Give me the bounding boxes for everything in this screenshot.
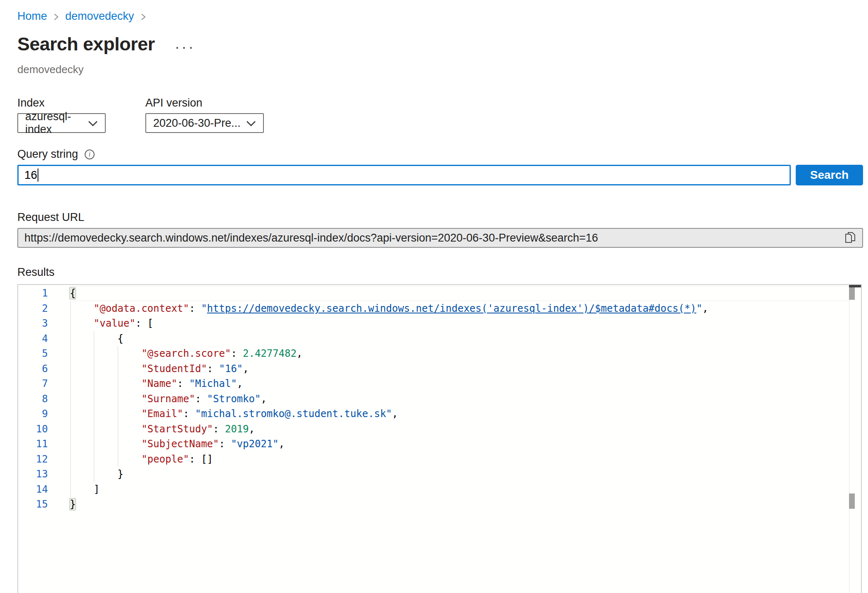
code-line-content: ] [70,482,849,497]
code-line: 15} [18,497,849,512]
info-icon[interactable]: i [85,149,95,159]
api-version-dropdown[interactable]: 2020-06-30-Pre... [145,113,264,133]
line-number: 14 [18,482,70,497]
results-label: Results [17,266,868,279]
indent-guide [70,406,71,422]
search-button[interactable]: Search [796,165,863,185]
line-number: 8 [18,391,70,407]
indent-guide [70,346,71,361]
line-number: 7 [18,376,70,391]
request-url-label: Request URL [17,211,868,224]
code-token: "Michal" [189,378,237,389]
line-number: 11 [18,436,70,452]
code-token: , [237,378,243,389]
code-token: "people" [141,453,189,465]
api-version-dropdown-value: 2020-06-30-Pre... [153,117,241,130]
indent-guide [70,452,71,467]
code-line-content: "@search.score": 2.4277482, [70,346,849,361]
indent-guide [94,346,94,361]
page-subtitle: demovedecky [17,63,868,76]
line-number: 4 [18,331,70,346]
indent-guide [70,422,71,437]
results-code-editor[interactable]: 1{2 "@odata.context": "https://demovedec… [17,284,862,593]
code-line: 1{ [18,286,849,301]
indent-guide [118,406,118,422]
indent-guide [94,422,94,437]
indent-guide [70,482,71,497]
indent-guide [70,331,71,346]
code-token: 2019 [225,423,249,435]
code-text: "people": [] [70,453,213,465]
page-header: Search explorer ··· [17,33,868,55]
code-token: : [189,303,201,314]
code-line-content: } [70,497,849,512]
code-token: , [261,393,266,405]
chevron-right-icon [140,12,147,21]
copy-button[interactable] [843,230,857,246]
index-label: Index [17,97,145,109]
code-text: "Email": "michal.stromko@.student.tuke.s… [70,408,398,420]
request-url-value: https://demovedecky.search.windows.net/i… [24,232,843,244]
indent-guide [70,436,71,452]
code-token: "Email" [141,408,183,420]
breadcrumb-link-home[interactable]: Home [17,10,47,23]
text-caret [38,168,38,182]
code-line: 2 "@odata.context": "https://demovedecky… [18,301,849,316]
code-lines: 1{2 "@odata.context": "https://demovedec… [18,286,849,512]
index-dropdown[interactable]: azuresql-index [17,113,106,133]
code-line-content: "StartStudy": 2019, [70,422,849,437]
code-token: "@odata.context" [94,303,189,314]
scrollbar-track [849,285,849,593]
code-line-content: "Name": "Michal", [70,376,849,391]
chevron-down-icon [88,117,98,130]
indent-guide [118,346,118,361]
line-number: 1 [18,286,70,301]
api-version-label: API version [145,97,311,109]
code-line-content: "Surname": "Stromko", [70,391,849,407]
indent-guide [70,301,71,316]
code-token: "Surname" [141,393,195,405]
code-token: : [177,378,189,389]
code-text: "SubjectName": "vp2021", [70,438,285,450]
code-line: 6 "StudentId": "16", [18,361,849,377]
indent-guide [94,436,94,452]
code-token: : [183,408,195,420]
indent-guide [118,436,118,452]
indent-guide [94,467,94,482]
query-input[interactable]: 16 [17,165,791,185]
code-text: } [70,468,123,480]
code-text: } [70,498,76,510]
search-explorer-page: Home demovedecky Search explorer ··· dem… [0,0,868,593]
code-token: "Stromko" [207,393,261,405]
code-token: https://demovedecky.search.windows.net/i… [207,303,696,314]
code-text: "Name": "Michal", [70,378,243,389]
code-token: , [249,423,254,435]
indent-guide [70,361,71,377]
code-text: "StartStudy": 2019, [70,423,255,435]
code-token: : [207,363,219,375]
code-token: "StudentId" [141,363,207,375]
code-line: 8 "Surname": "Stromko", [18,391,849,407]
more-commands-button[interactable]: ··· [175,39,195,55]
code-token: ] [94,484,100,495]
line-number: 12 [18,452,70,467]
code-token: "16" [219,363,243,375]
indent-guide [70,316,71,331]
scrollbar-thumb[interactable] [849,493,855,509]
code-text: ] [70,484,100,495]
breadcrumb-link-demovedecky[interactable]: demovedecky [65,10,134,23]
code-token: , [243,363,249,375]
line-number: 6 [18,361,70,377]
code-text: { [70,333,123,344]
matched-bracket: } [70,498,76,510]
indent-guide [94,331,94,346]
code-token: : [ [135,318,153,329]
code-token: "michal.stromko@.student.tuke.sk" [195,408,392,420]
line-number: 5 [18,346,70,361]
line-number: 3 [18,316,70,331]
scrollbar-thumb[interactable] [849,287,855,300]
breadcrumb: Home demovedecky [17,10,868,23]
indent-guide [70,376,71,391]
line-number: 13 [18,467,70,482]
indent-guide [118,361,118,377]
